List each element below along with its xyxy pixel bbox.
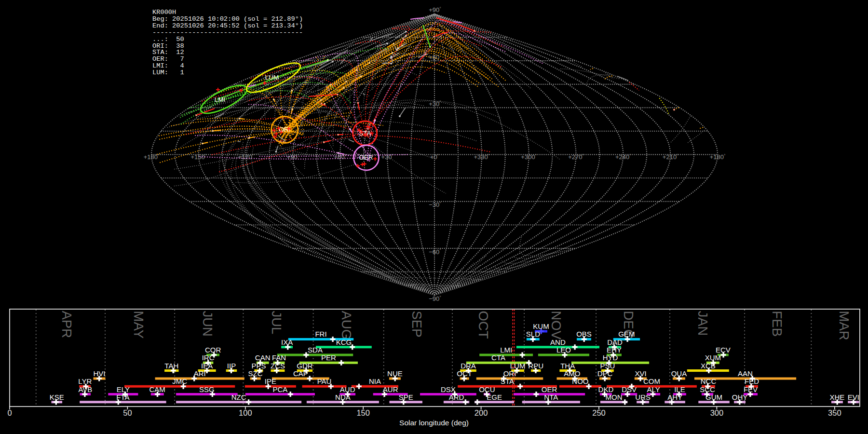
- svg-text:EHY: EHY: [607, 346, 622, 354]
- svg-text:FAN: FAN: [272, 353, 286, 362]
- svg-text:OHY: OHY: [732, 393, 748, 401]
- svg-text:End: 20251026 20:45:52 (sol =: End: 20251026 20:45:52 (sol = 213.34°): [152, 22, 303, 29]
- svg-text:KUM: KUM: [533, 322, 549, 330]
- svg-text:STA: STA: [501, 377, 514, 385]
- svg-text:NOV: NOV: [549, 311, 564, 340]
- svg-text:KSE: KSE: [50, 393, 64, 401]
- svg-text:SPE: SPE: [399, 393, 413, 401]
- svg-text:APR: APR: [59, 311, 74, 339]
- svg-text:DRA: DRA: [461, 362, 476, 370]
- svg-text:DPC: DPC: [597, 369, 613, 378]
- svg-text:OER: OER: [359, 154, 373, 161]
- svg-text:AHY: AHY: [667, 393, 682, 401]
- svg-text:LMI: 4: LMI: 4: [152, 62, 184, 69]
- svg-text:+270°: +270°: [568, 153, 584, 161]
- svg-text:+90°: +90°: [429, 6, 441, 14]
- svg-text:LYR: LYR: [78, 377, 92, 385]
- svg-text:+300°: +300°: [521, 153, 537, 161]
- svg-text:PAU: PAU: [317, 377, 332, 385]
- svg-text:Beg: 20251026 10:02:00 (sol =: Beg: 20251026 10:02:00 (sol = 212.89°): [152, 15, 303, 23]
- svg-text:XVI: XVI: [635, 369, 646, 378]
- svg-text:LEO: LEO: [556, 346, 571, 354]
- svg-text:------------------------------: --------------------------------------: [152, 29, 303, 36]
- svg-text:DKD: DKD: [598, 385, 614, 393]
- svg-text:OCT: OCT: [457, 369, 472, 378]
- svg-text:SZC: SZC: [248, 369, 263, 378]
- svg-text:ALY: ALY: [647, 385, 660, 393]
- svg-text:−30°: −30°: [429, 201, 441, 209]
- svg-text:300: 300: [710, 408, 724, 417]
- svg-text:NCC: NCC: [701, 377, 717, 385]
- svg-text:NOO: NOO: [572, 377, 588, 385]
- svg-text:JUL: JUL: [269, 311, 284, 335]
- svg-text:IRC: IRC: [202, 353, 215, 362]
- svg-text:OER: OER: [542, 385, 557, 393]
- svg-text:XHE: XHE: [829, 393, 844, 401]
- svg-text:PSU: PSU: [600, 362, 615, 370]
- svg-text:TAH: TAH: [164, 362, 178, 370]
- svg-text:CAP: CAP: [293, 369, 308, 378]
- svg-text:ELY: ELY: [117, 385, 130, 393]
- svg-text:FRI: FRI: [315, 330, 326, 338]
- svg-text:100: 100: [239, 408, 252, 417]
- svg-text:AMO: AMO: [564, 369, 580, 378]
- svg-text:SLD: SLD: [526, 330, 540, 338]
- svg-text:MON: MON: [606, 393, 623, 401]
- svg-text:DSV: DSV: [622, 385, 637, 393]
- svg-text:AAN: AAN: [738, 369, 753, 378]
- svg-text:AVB: AVB: [78, 385, 92, 393]
- svg-text:FEB: FEB: [770, 311, 785, 337]
- svg-text:ZCS: ZCS: [271, 362, 285, 370]
- svg-text:250: 250: [592, 408, 606, 417]
- svg-text:FED: FED: [745, 377, 759, 385]
- svg-text:ARD: ARD: [449, 393, 464, 401]
- svg-text:200: 200: [475, 408, 488, 417]
- svg-text:AUR: AUR: [383, 385, 398, 393]
- svg-text:OCT: OCT: [476, 311, 491, 339]
- svg-text:DAD: DAD: [607, 338, 623, 346]
- svg-text:AUD: AUD: [340, 385, 355, 393]
- svg-text:ILE: ILE: [674, 385, 685, 393]
- svg-text:FTA: FTA: [116, 393, 129, 401]
- svg-text:URS: URS: [635, 393, 651, 401]
- svg-text:AND: AND: [550, 338, 566, 346]
- svg-text:STA: 12: STA: 12: [152, 49, 184, 56]
- svg-text:NZC: NZC: [231, 393, 246, 401]
- svg-text:AUG: AUG: [339, 311, 354, 340]
- svg-text:CAM: CAM: [149, 385, 165, 393]
- svg-text:+150°: +150°: [190, 153, 206, 161]
- svg-text:FEV: FEV: [744, 385, 758, 393]
- svg-text:OBS: OBS: [576, 330, 592, 338]
- svg-text:0: 0: [7, 408, 12, 417]
- svg-text:JUN: JUN: [200, 311, 215, 337]
- svg-text:DSX: DSX: [441, 385, 456, 393]
- svg-text:HYD: HYD: [603, 353, 618, 362]
- svg-text:KR000H: KR000H: [152, 9, 176, 16]
- svg-text:HVI: HVI: [93, 369, 105, 378]
- svg-text:PER: PER: [321, 353, 336, 362]
- svg-text:MAR: MAR: [837, 311, 852, 340]
- svg-text:50: 50: [123, 408, 132, 417]
- svg-text:ORI: ORI: [503, 369, 516, 378]
- svg-text:XUM: XUM: [705, 353, 721, 362]
- svg-text:IEA: IEA: [201, 362, 213, 370]
- svg-text:CTA: CTA: [491, 353, 505, 362]
- svg-text:RPU: RPU: [528, 362, 543, 370]
- svg-text:JAN: JAN: [695, 311, 710, 336]
- svg-text:−90°: −90°: [429, 295, 441, 303]
- svg-text:LMI: LMI: [215, 96, 226, 103]
- svg-text:XCB: XCB: [701, 362, 716, 370]
- svg-text:MAY: MAY: [131, 311, 146, 339]
- svg-text:IPE: IPE: [265, 377, 276, 385]
- svg-text:THA: THA: [560, 362, 575, 370]
- svg-text:EGE: EGE: [487, 393, 502, 401]
- svg-text:350: 350: [828, 408, 841, 417]
- svg-text:+180°: +180°: [710, 153, 726, 161]
- svg-text:COM: COM: [643, 377, 660, 385]
- svg-text:+330°: +330°: [474, 153, 489, 161]
- svg-text:COR: COR: [205, 346, 221, 354]
- svg-text:SCC: SCC: [700, 385, 715, 393]
- svg-text:NTA: NTA: [544, 393, 558, 401]
- svg-text:EVI: EVI: [848, 393, 859, 401]
- svg-text:PPS: PPS: [251, 362, 266, 370]
